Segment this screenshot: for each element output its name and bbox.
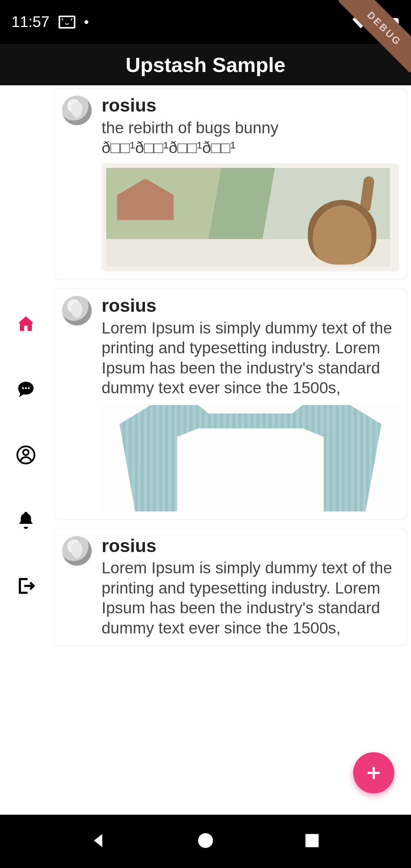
post-username[interactable]: rosius	[102, 536, 399, 556]
post-card[interactable]: rosius Lorem Ipsum is simply dummy text …	[54, 529, 407, 646]
svg-point-5	[198, 833, 213, 848]
chat-icon	[16, 379, 36, 400]
profile-icon	[16, 445, 36, 465]
nav-logout[interactable]	[16, 576, 36, 596]
back-icon	[89, 831, 109, 850]
avatar[interactable]	[62, 296, 92, 326]
svg-rect-6	[306, 834, 319, 847]
bell-icon	[16, 510, 36, 531]
avatar[interactable]	[62, 96, 92, 125]
post-caption: Lorem Ipsum is simply dummy text of the …	[102, 558, 399, 638]
post-image[interactable]	[102, 404, 399, 512]
signal-icon	[371, 14, 388, 30]
square-icon	[302, 831, 322, 850]
home-icon	[16, 314, 36, 334]
svg-point-4	[23, 450, 29, 455]
feed[interactable]: rosius the rebirth of bugs bunny ð□□¹ð□□…	[52, 85, 411, 815]
post-card[interactable]: rosius Lorem Ipsum is simply dummy text …	[54, 289, 407, 520]
post-card[interactable]: rosius the rebirth of bugs bunny ð□□¹ð□□…	[54, 88, 407, 279]
system-navbar	[0, 815, 411, 868]
status-time: 11:57	[11, 13, 49, 30]
post-caption: Lorem Ipsum is simply dummy text of the …	[102, 318, 399, 398]
fab-add[interactable]	[353, 752, 394, 793]
nav-recent[interactable]	[302, 831, 322, 852]
post-image[interactable]	[102, 163, 399, 271]
avatar[interactable]	[62, 536, 92, 566]
nav-notifications[interactable]	[16, 510, 36, 531]
svg-point-1	[25, 387, 27, 389]
nav-back[interactable]	[89, 831, 109, 852]
battery-icon	[390, 14, 400, 30]
svg-point-0	[22, 387, 24, 389]
nav-profile[interactable]	[16, 445, 36, 465]
circle-icon	[196, 831, 215, 850]
post-username[interactable]: rosius	[102, 96, 399, 116]
logout-icon	[16, 576, 36, 596]
post-caption: the rebirth of bugs bunny ð□□¹ð□□¹ð□□¹ð□…	[102, 118, 399, 158]
appbar: Upstash Sample	[0, 44, 411, 85]
nav-chat[interactable]	[16, 379, 36, 400]
nav-home[interactable]	[16, 314, 36, 334]
wifi-icon	[352, 14, 369, 30]
page-title: Upstash Sample	[126, 53, 285, 77]
mail-icon	[59, 16, 75, 29]
notification-dot-icon	[84, 20, 88, 24]
svg-point-2	[28, 387, 30, 389]
side-nav	[0, 85, 52, 815]
plus-icon	[365, 764, 382, 782]
statusbar: 11:57 DEBUG	[0, 0, 411, 44]
post-username[interactable]: rosius	[102, 296, 399, 316]
nav-home-system[interactable]	[196, 831, 215, 852]
